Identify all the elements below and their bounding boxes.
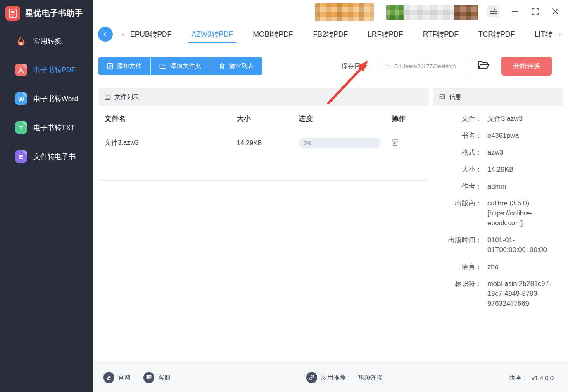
official-website-link[interactable]: e 官网 <box>103 372 131 383</box>
tab-mobi-pdf[interactable]: MOBI转PDF <box>253 25 293 43</box>
progress-value: 0% <box>304 140 311 146</box>
tab-fb2-pdf[interactable]: FB2转PDF <box>313 25 348 43</box>
file-icon <box>107 63 113 70</box>
table-header-row: 文件名 大小 进度 操作 <box>98 106 429 131</box>
link-icon <box>306 372 317 383</box>
progress-cell: 0% <box>299 138 392 148</box>
file-list-panel: 文件列表 文件名 大小 进度 操作 文件3.azw3 14.29KB 0% <box>98 88 429 360</box>
add-file-button[interactable]: 添加文件 <box>98 57 151 75</box>
blurred-badge-segment <box>454 5 478 20</box>
add-folder-label: 添加文件夹 <box>170 62 201 70</box>
sidebar-item-label: 电子书转Word <box>33 94 78 104</box>
save-dir-value: C:\Users\31177\Desktop\ <box>394 63 456 69</box>
folder-icon <box>385 64 391 69</box>
settings-tune-icon[interactable] <box>487 5 499 17</box>
sidebar-menu: 常用转换 人 电子书转PDF W 电子书转Word T 电子书转TXT E 文件… <box>0 26 93 171</box>
sidebar-item-label: 电子书转PDF <box>33 65 76 75</box>
blurred-badge-segment <box>386 5 404 20</box>
sidebar-item-file-to-ebook[interactable]: E 文件转电子书 <box>0 142 93 171</box>
app-recommend: 应用推荐： 视频链接 <box>306 372 383 383</box>
sidebar-item-label: 常用转换 <box>33 36 62 46</box>
back-button[interactable] <box>98 27 113 42</box>
sidebar: 星优电子书助手 常用转换 <box>0 0 93 392</box>
video-link[interactable]: 视频链接 <box>358 373 383 381</box>
word-icon: W <box>15 92 27 105</box>
info-row-author: 作者： admin <box>433 181 563 191</box>
customer-support-link[interactable]: 客服 <box>143 372 171 383</box>
start-convert-button[interactable]: 开始转换 <box>501 57 552 76</box>
clear-list-label: 清空列表 <box>229 62 254 70</box>
toolbar: 添加文件 添加文件夹 清空列表 保存目录： <box>93 57 568 77</box>
app-window: 星优电子书助手 常用转换 <box>0 0 568 392</box>
file-list-title: 文件列表 <box>114 93 139 101</box>
file-actions-group: 添加文件 添加文件夹 清空列表 <box>98 57 262 75</box>
start-convert-label: 开始转换 <box>513 61 540 71</box>
info-row-format: 格式： azw3 <box>433 147 563 157</box>
ereader-icon <box>9 9 17 18</box>
info-panel: 信息 文件： 文件3.azw3 书名： e4361pwa 格式： azw3 大小… <box>433 88 563 360</box>
info-row-bookname: 书名： e4361pwa <box>433 130 563 140</box>
table-row: 文件3.azw3 14.29KB 0% <box>98 131 429 155</box>
titlebar <box>93 0 568 25</box>
add-folder-button[interactable]: 添加文件夹 <box>151 57 210 75</box>
app-title: 星优电子书助手 <box>25 8 83 19</box>
tab-lit-pdf[interactable]: LIT转 <box>535 25 552 43</box>
maximize-icon[interactable] <box>531 7 540 16</box>
version-value: v1.4.0.0 <box>532 374 554 381</box>
sidebar-item-ebook-to-pdf[interactable]: 人 电子书转PDF <box>0 55 93 84</box>
list-icon <box>105 94 111 100</box>
tab-scroll-left-icon[interactable]: ‹ <box>121 25 124 43</box>
info-header: 信息 <box>433 88 563 106</box>
info-row-size: 大小： 14.29KB <box>433 164 563 174</box>
col-size: 大小 <box>237 114 299 123</box>
trash-icon <box>219 63 225 70</box>
col-progress: 进度 <box>299 114 392 123</box>
col-filename: 文件名 <box>98 114 237 123</box>
window-controls <box>487 5 560 17</box>
delete-row-icon[interactable] <box>392 138 399 146</box>
tab-epub-pdf[interactable]: EPUB转PDF <box>130 25 171 43</box>
minimize-icon[interactable] <box>511 7 520 16</box>
tab-lrf-pdf[interactable]: LRF转PDF <box>368 25 403 43</box>
flame-icon <box>15 35 27 47</box>
footer: e 官网 客服 应用推荐： <box>93 362 568 392</box>
sidebar-item-label: 文件转电子书 <box>33 152 76 161</box>
website-label: 官网 <box>118 373 131 381</box>
col-action: 操作 <box>392 114 429 123</box>
sidebar-item-ebook-to-word[interactable]: W 电子书转Word <box>0 84 93 113</box>
app-logo-icon <box>5 6 20 21</box>
info-row-publisher: 出版商： calibre (3.6.0) [https://calibre-eb… <box>433 198 563 228</box>
blurred-badge-segment <box>404 5 454 20</box>
tab-tcr-pdf[interactable]: TCR转PDF <box>478 25 515 43</box>
version-label: 版本： <box>509 373 528 381</box>
support-label: 客服 <box>158 373 171 381</box>
info-row-pubdate: 出版时间： 0101-01-01T00:00:00+00:00 <box>433 235 563 255</box>
chat-icon <box>143 372 154 383</box>
info-row-language: 语言： zho <box>433 262 563 272</box>
main-area: ‹ EPUB转PDF AZW3转PDF MOBI转PDF FB2转PDF LRF… <box>93 0 568 392</box>
browser-icon: e <box>103 372 114 383</box>
txt-icon: T <box>15 121 27 134</box>
info-row-file: 文件： 文件3.azw3 <box>433 113 563 123</box>
blurred-badge <box>386 5 478 20</box>
folder-icon <box>159 63 166 69</box>
tab-scroll-right-icon[interactable]: › <box>558 25 561 43</box>
info-row-identifier: 标识符： mobi-asin:2b281c97-18c7-4949-8783-9… <box>433 279 563 308</box>
file-size: 14.29KB <box>237 139 299 147</box>
save-dir-label: 保存目录： <box>341 57 374 76</box>
sidebar-item-common-convert[interactable]: 常用转换 <box>0 26 93 55</box>
tab-azw3-pdf[interactable]: AZW3转PDF <box>191 25 233 43</box>
tab-list: EPUB转PDF AZW3转PDF MOBI转PDF FB2转PDF LRF转P… <box>130 25 554 43</box>
tab-rtf-pdf[interactable]: RTF转PDF <box>423 25 459 43</box>
clear-list-button[interactable]: 清空列表 <box>210 57 262 75</box>
empty-row <box>98 155 429 181</box>
close-icon[interactable] <box>551 7 560 16</box>
tabbar: ‹ EPUB转PDF AZW3转PDF MOBI转PDF FB2转PDF LRF… <box>93 25 568 43</box>
browse-folder-button[interactable] <box>478 60 490 72</box>
sidebar-item-ebook-to-txt[interactable]: T 电子书转TXT <box>0 113 93 142</box>
recommend-label: 应用推荐： <box>321 373 352 381</box>
add-file-label: 添加文件 <box>117 62 142 70</box>
save-dir-input[interactable]: C:\Users\31177\Desktop\ <box>380 59 473 73</box>
info-card-icon <box>439 94 445 100</box>
sidebar-item-label: 电子书转TXT <box>33 123 75 132</box>
